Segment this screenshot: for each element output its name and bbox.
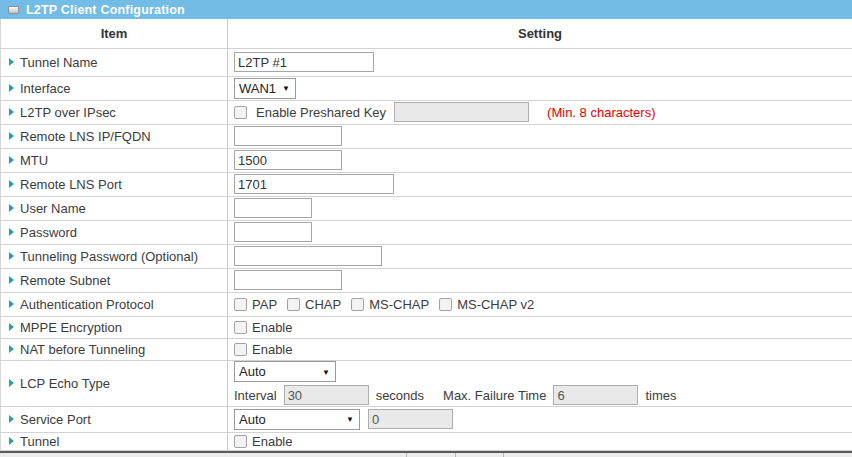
enable-preshared-key-checkbox[interactable] [234,106,247,119]
row-label-lcp-echo-type: LCP Echo Type [20,376,110,391]
bullet-arrow-icon [9,58,14,66]
nat-enable-label: Enable [252,342,292,357]
row-label-user-name: User Name [20,201,86,216]
table-row: Remote LNS IP/FQDN [1,124,852,148]
bullet-arrow-icon [9,345,14,353]
next-table-top-edge [0,451,852,457]
bullet-arrow-icon [9,437,14,445]
remote-subnet-input[interactable] [234,270,342,290]
service-port-select[interactable]: Auto [234,409,360,430]
table-row: LCP Echo Type Auto Interval seconds Max.… [1,360,852,406]
mppe-enable-label: Enable [252,320,292,335]
interface-select[interactable]: WAN1 [234,78,296,99]
table-row: Remote LNS Port [1,172,852,196]
max-failure-label: Max. Failure Time [443,388,546,403]
failure-unit-label: times [645,388,676,403]
pap-label: PAP [252,297,277,312]
table-row: Interface WAN1 [1,76,852,100]
preshared-key-input [394,102,529,122]
ms-chap-label: MS-CHAP [369,297,429,312]
row-label-auth-protocol: Authentication Protocol [20,297,154,312]
ms-chap-checkbox[interactable] [351,298,364,311]
chap-checkbox[interactable] [287,298,300,311]
interval-unit-label: seconds [376,388,424,403]
table-row: MPPE Encryption Enable [1,316,852,338]
table-row: MTU [1,148,852,172]
row-label-tunneling-password: Tunneling Password (Optional) [20,249,198,264]
row-label-l2tp-over-ipsec: L2TP over IPsec [20,105,116,120]
bullet-arrow-icon [9,252,14,260]
table-row: Service Port Auto [1,406,852,432]
table-row: Password [1,220,852,244]
table-row: Remote Subnet [1,268,852,292]
lcp-echo-type-select[interactable]: Auto [234,361,336,382]
table-row: Tunneling Password (Optional) [1,244,852,268]
row-label-mppe: MPPE Encryption [20,320,122,335]
section-box-icon [8,6,19,14]
table-row: L2TP over IPsec Enable Preshared Key (Mi… [1,100,852,124]
item-column-header: Item [1,19,228,48]
row-label-remote-lns-port: Remote LNS Port [20,177,122,192]
table-row: Tunnel Name [1,48,852,76]
row-label-password: Password [20,225,77,240]
row-label-mtu: MTU [20,153,48,168]
mtu-input[interactable] [234,150,342,170]
nat-enable-checkbox[interactable] [234,343,247,356]
table-row: Authentication Protocol PAP CHAP MS-CHAP… [1,292,852,316]
row-label-remote-subnet: Remote Subnet [20,273,110,288]
setting-column-header: Setting [228,19,852,48]
bullet-arrow-icon [9,415,14,423]
bullet-arrow-icon [9,108,14,116]
row-label-tunnel: Tunnel [20,434,59,449]
bullet-arrow-icon [9,276,14,284]
page-title: L2TP Client Configuration [26,3,185,17]
config-table: Item Setting Tunnel Name Interface WAN1 … [0,19,852,451]
row-label-remote-lns-ip: Remote LNS IP/FQDN [20,129,151,144]
bullet-arrow-icon [9,132,14,140]
ms-chap-v2-checkbox[interactable] [439,298,452,311]
interval-input [284,385,369,405]
bullet-arrow-icon [9,323,14,331]
remote-lns-port-input[interactable] [234,174,394,194]
row-label-service-port: Service Port [20,412,91,427]
bullet-arrow-icon [9,156,14,164]
tunnel-enable-checkbox[interactable] [234,435,247,448]
tunnel-name-input[interactable] [234,52,374,72]
password-input[interactable] [234,222,312,242]
bullet-arrow-icon [9,180,14,188]
preshared-key-hint: (Min. 8 characters) [547,105,655,120]
table-row: User Name [1,196,852,220]
table-row: NAT before Tunneling Enable [1,338,852,360]
enable-preshared-key-label: Enable Preshared Key [256,105,386,120]
ms-chap-v2-label: MS-CHAP v2 [457,297,534,312]
table-row: Tunnel Enable [1,432,852,450]
section-header: L2TP Client Configuration [0,0,852,19]
tunneling-password-input[interactable] [234,246,382,266]
bullet-arrow-icon [9,379,14,387]
chap-label: CHAP [305,297,341,312]
max-failure-input [553,385,638,405]
row-label-tunnel-name: Tunnel Name [20,55,98,70]
bullet-arrow-icon [9,300,14,308]
row-label-interface: Interface [20,81,71,96]
tunnel-enable-label: Enable [252,434,292,449]
row-label-nat: NAT before Tunneling [20,342,145,357]
remote-lns-ip-input[interactable] [234,126,342,146]
bullet-arrow-icon [9,228,14,236]
user-name-input[interactable] [234,198,312,218]
bullet-arrow-icon [9,204,14,212]
pap-checkbox[interactable] [234,298,247,311]
l2tp-client-configuration-page: L2TP Client Configuration Item Setting T… [0,0,852,457]
bullet-arrow-icon [9,84,14,92]
mppe-enable-checkbox[interactable] [234,321,247,334]
service-port-input [368,409,453,429]
interval-label: Interval [234,388,277,403]
